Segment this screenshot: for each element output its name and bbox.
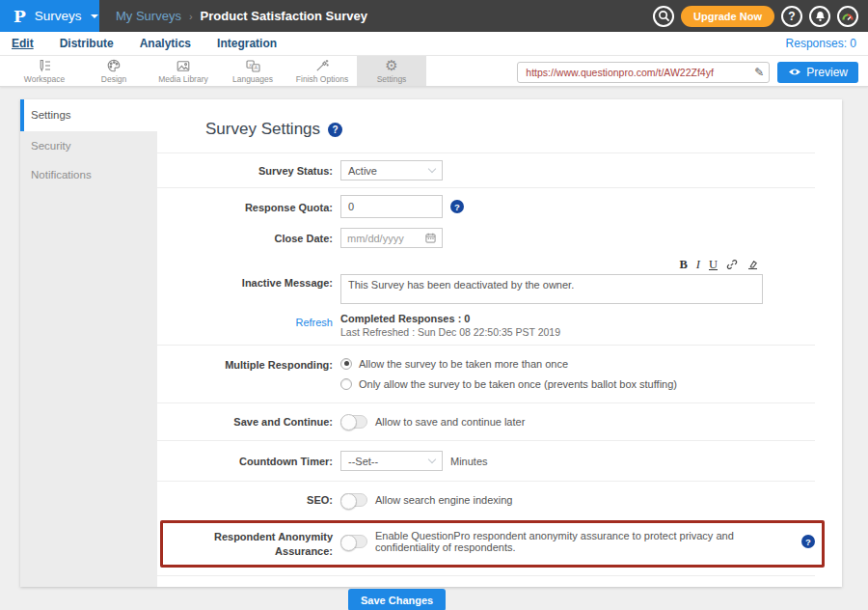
image-icon bbox=[176, 59, 190, 73]
tab-design[interactable]: Design bbox=[79, 56, 149, 86]
chevron-down-icon bbox=[91, 14, 98, 18]
breadcrumb-my-surveys[interactable]: My Surveys bbox=[116, 9, 181, 23]
radio-option-label: Only allow the survey to be taken once (… bbox=[359, 378, 677, 390]
upgrade-now-button[interactable]: Upgrade Now bbox=[681, 6, 774, 27]
tab-media-library[interactable]: Media Library bbox=[149, 56, 218, 86]
italic-button[interactable]: I bbox=[696, 259, 700, 271]
calendar-icon bbox=[425, 233, 436, 243]
response-quota-input[interactable] bbox=[340, 195, 443, 218]
completed-responses-text: Completed Responses : 0 bbox=[340, 312, 560, 326]
content-area: Settings Security Notifications Survey S… bbox=[0, 87, 868, 587]
survey-settings-help-icon[interactable]: ? bbox=[328, 123, 342, 137]
svg-text:A: A bbox=[254, 65, 258, 70]
seo-toggle[interactable] bbox=[340, 493, 367, 507]
sidebar-item-notifications[interactable]: Notifications bbox=[20, 160, 157, 189]
response-quota-help-icon[interactable]: ? bbox=[450, 200, 464, 213]
save-changes-button[interactable]: Save Changes bbox=[348, 589, 446, 610]
last-refreshed-text: Last Refreshed : Sun Dec 08 22:50:35 PST… bbox=[340, 326, 560, 338]
page-title-row: Survey Settings ? bbox=[157, 99, 815, 152]
tab-workspace[interactable]: Workspace bbox=[10, 56, 79, 86]
app-menu-surveys[interactable]: P Surveys bbox=[0, 0, 99, 32]
page-title: Survey Settings bbox=[205, 120, 320, 139]
anonymity-row: Respondent Anonymity Assurance: Enable Q… bbox=[157, 520, 815, 568]
nav-tab-integration[interactable]: Integration bbox=[217, 37, 277, 50]
topbar-actions: Upgrade Now ? bbox=[653, 0, 858, 32]
help-button[interactable]: ? bbox=[781, 6, 802, 27]
settings-sidebar: Settings Security Notifications bbox=[20, 99, 157, 587]
countdown-timer-select[interactable]: --Set-- bbox=[340, 451, 443, 471]
settings-main: Survey Settings ? Survey Status: Active … bbox=[157, 99, 842, 587]
close-date-row: Close Date: bbox=[157, 225, 815, 255]
anonymity-toggle[interactable] bbox=[340, 535, 367, 548]
anonymity-text: Enable QuestionPro respondent anonymity … bbox=[375, 530, 794, 553]
edit-toolbar: Workspace Design Media Library xA Langua… bbox=[0, 55, 868, 87]
inactive-message-label: Inactive Message: bbox=[157, 259, 340, 290]
survey-url-field[interactable]: ✎ bbox=[517, 62, 770, 83]
tab-settings[interactable]: ⚙ Settings bbox=[357, 56, 426, 86]
workspace-icon bbox=[38, 59, 51, 73]
nav-tab-edit[interactable]: Edit bbox=[12, 37, 34, 50]
questionpro-logo: P bbox=[14, 7, 26, 26]
survey-url-input[interactable] bbox=[526, 67, 750, 78]
breadcrumb-current-survey: Product Satisfaction Survey bbox=[201, 9, 367, 23]
chevron-down-icon bbox=[428, 456, 436, 463]
top-navbar: P Surveys My Surveys › Product Satisfact… bbox=[0, 0, 868, 32]
close-date-input[interactable] bbox=[347, 233, 417, 244]
nav-tab-distribute[interactable]: Distribute bbox=[60, 37, 114, 50]
notifications-button[interactable] bbox=[809, 6, 830, 27]
save-row: Save Changes bbox=[157, 575, 815, 610]
magic-wand-icon bbox=[315, 59, 329, 73]
bell-icon bbox=[814, 11, 827, 22]
survey-status-label: Survey Status: bbox=[157, 160, 340, 178]
link-icon[interactable] bbox=[726, 259, 738, 270]
tab-finish-options[interactable]: Finish Options bbox=[287, 56, 357, 86]
tab-label: Settings bbox=[377, 74, 407, 84]
edit-url-icon[interactable]: ✎ bbox=[750, 66, 764, 79]
inactive-message-row: Inactive Message: B I U This Survey has … bbox=[157, 255, 815, 310]
tab-label: Design bbox=[101, 74, 126, 84]
refresh-row: Refresh Completed Responses : 0 Last Ref… bbox=[157, 310, 815, 345]
nav-tab-analytics[interactable]: Analytics bbox=[140, 37, 191, 50]
eye-icon bbox=[788, 68, 801, 76]
radio-option-multiple-allowed[interactable]: Allow the survey to be taken more than o… bbox=[340, 358, 677, 370]
sidebar-item-settings[interactable]: Settings bbox=[20, 99, 157, 131]
close-date-label: Close Date: bbox=[157, 228, 340, 245]
product-name: Surveys bbox=[35, 9, 82, 23]
responses-count[interactable]: Responses: 0 bbox=[786, 37, 856, 50]
refresh-link[interactable]: Refresh bbox=[157, 312, 340, 329]
question-icon: ? bbox=[788, 10, 795, 23]
settings-card: Settings Security Notifications Survey S… bbox=[20, 99, 842, 587]
seo-label: SEO: bbox=[157, 493, 340, 507]
survey-status-select[interactable]: Active bbox=[340, 160, 443, 180]
tab-languages[interactable]: xA Languages bbox=[218, 56, 287, 86]
search-button[interactable] bbox=[653, 6, 674, 27]
tab-label: Languages bbox=[232, 74, 273, 84]
richtext-toolbar: B I U bbox=[340, 259, 763, 274]
gear-icon: ⚙ bbox=[385, 59, 397, 73]
save-and-continue-toggle[interactable] bbox=[340, 415, 367, 429]
sidebar-item-security[interactable]: Security bbox=[20, 131, 157, 160]
translate-icon: xA bbox=[246, 59, 260, 73]
survey-section-nav: Edit Distribute Analytics Integration Re… bbox=[0, 32, 868, 55]
survey-status-row: Survey Status: Active bbox=[157, 152, 815, 187]
anonymity-help-icon[interactable]: ? bbox=[801, 535, 815, 548]
countdown-timer-suffix: Minutes bbox=[450, 456, 488, 467]
underline-button[interactable]: U bbox=[709, 259, 718, 271]
save-and-continue-row: Save and Continue: Allow to save and con… bbox=[157, 402, 815, 440]
svg-text:x: x bbox=[249, 61, 252, 67]
save-and-continue-text: Allow to save and continue later bbox=[375, 416, 525, 428]
save-and-continue-label: Save and Continue: bbox=[157, 415, 340, 429]
multiple-responding-row: Multiple Responding: Allow the survey to… bbox=[157, 345, 815, 402]
preview-button[interactable]: Preview bbox=[777, 62, 858, 83]
clear-formatting-icon[interactable] bbox=[746, 259, 759, 270]
seo-row: SEO: Allow search engine indexing bbox=[157, 481, 815, 516]
close-date-field[interactable] bbox=[340, 228, 443, 248]
countdown-timer-row: Countdown Timer: --Set-- Minutes bbox=[157, 440, 815, 481]
inactive-message-textarea[interactable]: This Survey has been deactivated by the … bbox=[340, 274, 763, 304]
chevron-down-icon bbox=[428, 165, 436, 173]
account-gauge-button[interactable] bbox=[837, 6, 858, 27]
anonymity-label: Respondent Anonymity Assurance: bbox=[157, 530, 340, 558]
gauge-icon bbox=[841, 11, 854, 22]
bold-button[interactable]: B bbox=[679, 259, 687, 271]
radio-option-once-only[interactable]: Only allow the survey to be taken once (… bbox=[340, 378, 677, 390]
